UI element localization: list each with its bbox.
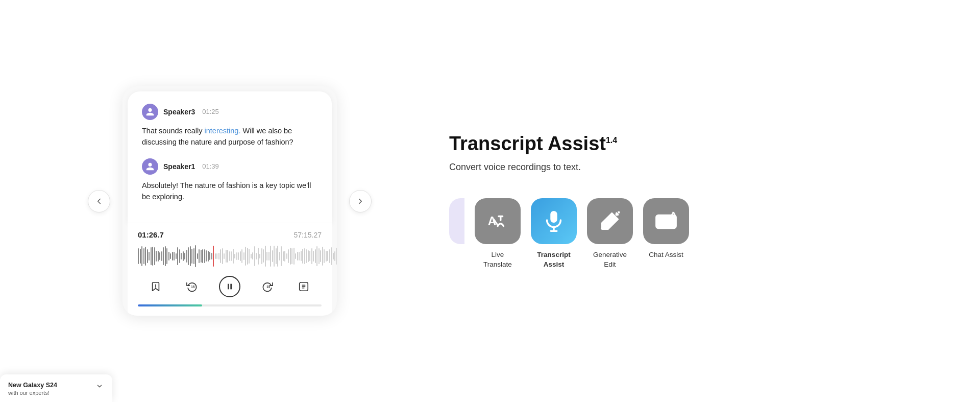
promo-chevron-icon xyxy=(95,382,104,391)
feature-item-transcript-assist[interactable]: Transcript Assist xyxy=(531,198,577,270)
time-total: 57:15.27 xyxy=(294,231,322,239)
feature-title: Transcript Assist1.4 xyxy=(449,133,939,155)
avatar-speaker1 xyxy=(142,158,158,175)
avatar-speaker3 xyxy=(142,104,158,120)
transcript-assist-label: Transcript Assist xyxy=(537,250,570,270)
svg-point-11 xyxy=(618,211,620,213)
rewind-button[interactable]: 15 xyxy=(183,277,201,296)
chat-text-2: Absolutely! The nature of fashion is a k… xyxy=(142,180,317,203)
feature-description: Convert voice recordings to text. xyxy=(449,162,939,173)
player-section: 01:26.7 57:15.27 15 xyxy=(128,223,332,316)
svg-text:15: 15 xyxy=(191,285,195,289)
svg-rect-2 xyxy=(228,284,229,290)
promo-title: New Galaxy S24 xyxy=(8,382,90,389)
generative-edit-label: Generative Edit xyxy=(593,250,627,270)
progress-fill xyxy=(138,304,202,306)
transcript-assist-icon-box xyxy=(531,198,577,244)
svg-rect-3 xyxy=(230,284,232,290)
speaker3-row: Speaker3 01:25 xyxy=(142,104,317,120)
chat-section: Speaker3 01:25 That sounds really intere… xyxy=(128,91,332,223)
generative-edit-icon-box xyxy=(587,198,633,244)
speaker1-row: Speaker1 01:39 xyxy=(142,158,317,175)
svg-text:15: 15 xyxy=(266,285,271,289)
waveform[interactable] xyxy=(138,243,322,269)
pause-button[interactable] xyxy=(219,276,240,297)
progress-bar[interactable] xyxy=(138,304,322,306)
prev-arrow[interactable] xyxy=(88,190,110,212)
bookmark-button[interactable] xyxy=(146,277,165,296)
phone-card: Speaker3 01:25 That sounds really intere… xyxy=(122,86,337,316)
feature-item-generative-edit[interactable]: Generative Edit xyxy=(587,198,633,270)
speaker1-time: 01:39 xyxy=(202,162,219,170)
chat-text1-pre: That sounds really xyxy=(142,127,205,135)
chat-text1-highlight: interesting. xyxy=(205,127,241,135)
controls-row: 15 15 xyxy=(138,276,322,297)
phone-area: Speaker3 01:25 That sounds really intere… xyxy=(0,0,459,402)
chat-text-1: That sounds really interesting. Will we … xyxy=(142,125,317,148)
next-arrow[interactable] xyxy=(349,190,372,212)
feature-area: Transcript Assist1.4 Convert voice recor… xyxy=(439,0,980,402)
chat-assist-label: Chat Assist xyxy=(649,250,683,260)
promo-subtitle: with our experts! xyxy=(8,390,90,396)
speaker1-name: Speaker1 xyxy=(163,162,195,171)
speaker3-time: 01:25 xyxy=(202,108,219,115)
time-row: 01:26.7 57:15.27 xyxy=(138,230,322,239)
svg-rect-7 xyxy=(551,211,557,222)
time-current: 01:26.7 xyxy=(138,230,164,239)
chat-assist-icon-box xyxy=(643,198,689,244)
live-translate-icon-box: A xyxy=(475,198,521,244)
speaker3-name: Speaker3 xyxy=(163,108,195,116)
svg-rect-12 xyxy=(656,215,676,228)
feature-item-live-translate[interactable]: A Live Translate xyxy=(475,198,521,270)
live-translate-label: Live Translate xyxy=(483,250,512,270)
transcript-button[interactable] xyxy=(295,277,313,296)
feature-item-chat-assist[interactable]: Chat Assist xyxy=(643,198,689,260)
forward-button[interactable]: 15 xyxy=(258,277,277,296)
promo-text: New Galaxy S24 with our experts! xyxy=(8,382,90,396)
feature-item-partial xyxy=(449,198,464,244)
promo-banner[interactable]: New Galaxy S24 with our experts! xyxy=(0,374,112,402)
features-row: A Live Translate xyxy=(449,198,939,270)
